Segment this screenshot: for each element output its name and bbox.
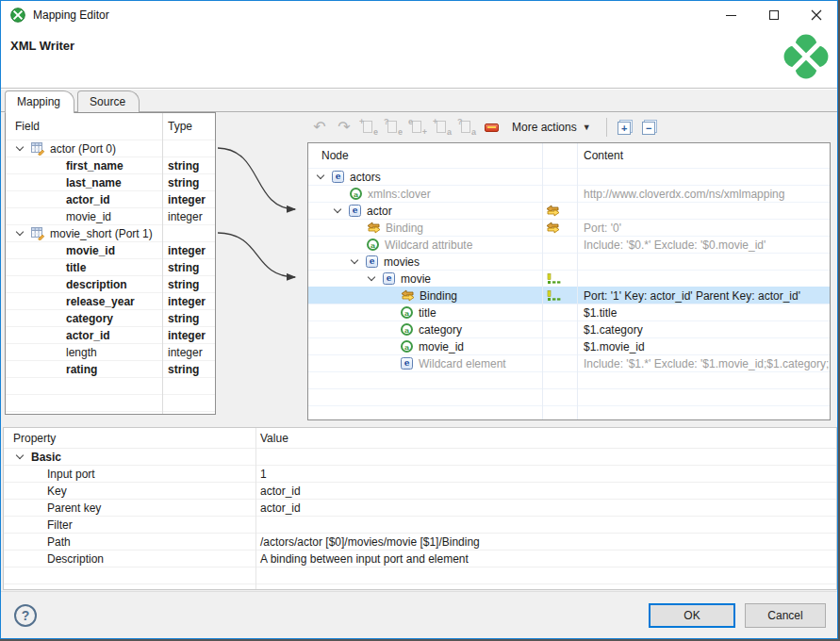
field-row[interactable]: first_namestring (6, 156, 215, 173)
element-wizard-button[interactable]: ?e (384, 119, 403, 136)
more-actions-button[interactable]: More actions▼ (506, 117, 597, 138)
help-button[interactable]: ? (14, 604, 37, 627)
cancel-button[interactable]: Cancel (745, 603, 826, 628)
tree-row-wildcard-element[interactable]: eWildcard element Include: '$1.*' Exclud… (308, 354, 830, 371)
expand-all-button[interactable]: + (617, 117, 635, 138)
port-label: actor (Port 0) (50, 142, 116, 156)
collapse-all-icon: − (642, 122, 655, 135)
attribute-icon: a (367, 238, 379, 251)
clover-app-icon (10, 8, 25, 23)
field-row[interactable]: actor_idinteger (6, 326, 215, 343)
port-row[interactable]: actor (Port 0) (6, 140, 215, 156)
field-row[interactable]: actor_idinteger (6, 190, 215, 207)
chevron-down-icon[interactable] (351, 256, 358, 264)
field-row[interactable]: release_yearinteger (6, 292, 215, 309)
record-icon (31, 142, 45, 156)
column-header-type: Type (158, 120, 215, 133)
dialog-footer: ? OK Cancel (1, 591, 837, 638)
toolbar-separator (606, 118, 607, 137)
column-divider (577, 143, 578, 419)
mapping-toolbar: ↶ ↷ +e ?e e+ +a ?a More actions▼ + − (310, 114, 660, 140)
field-row[interactable]: descriptionstring (6, 275, 215, 292)
tree-row-title[interactable]: atitle $1.title (308, 304, 830, 320)
tree-row-category[interactable]: acategory $1.category (308, 320, 830, 337)
property-row-path[interactable]: Path/actors/actor [$0]/movies/movie [$1]… (4, 534, 836, 551)
tree-row-wildcard-attribute[interactable]: aWildcard attribute Include: '$0.*' Excl… (308, 236, 830, 253)
tree-row-actor[interactable]: eactor (308, 202, 830, 219)
element-icon: e (349, 205, 361, 217)
collapse-all-button[interactable]: − (641, 117, 660, 138)
property-row-description[interactable]: DescriptionA binding between input port … (4, 551, 836, 567)
field-row[interactable]: last_namestring (6, 173, 215, 190)
column-divider (542, 143, 543, 419)
attribute-page-icon (436, 121, 446, 133)
column-header-value: Value (255, 432, 836, 445)
tree-row-movies[interactable]: emovies (308, 253, 830, 270)
dropdown-arrow-icon: ▼ (583, 123, 591, 132)
chevron-down-icon[interactable] (317, 172, 324, 179)
attribute-icon: a (401, 340, 413, 353)
tree-row-movie-id[interactable]: amovie_id $1.movie_id (308, 337, 830, 354)
tree-row-xmlns[interactable]: axmlns:clover http://www.cloverdx.com/ns… (308, 185, 830, 202)
tree-row-binding-movie-selected[interactable]: Binding Port: '1' Key: actor_id' Parent … (308, 287, 830, 304)
element-icon: e (401, 357, 413, 370)
redo-icon: ↷ (338, 120, 350, 135)
chevron-down-icon[interactable] (16, 228, 24, 236)
chevron-down-icon[interactable] (16, 452, 24, 459)
element-page-icon (363, 121, 372, 133)
field-row[interactable]: movie_idinteger (6, 241, 215, 258)
field-row[interactable]: lengthinteger (6, 343, 215, 360)
chevron-down-icon[interactable] (368, 273, 375, 281)
empty-row (6, 394, 215, 411)
attribute-page-icon (461, 121, 470, 133)
add-element-button[interactable]: +e (359, 119, 378, 136)
tree-row-movie[interactable]: emovie (308, 270, 830, 287)
column-header-content: Content (542, 149, 830, 162)
field-row[interactable]: ratingstring (6, 360, 215, 377)
element-page-icon (412, 121, 421, 133)
chevron-down-icon[interactable] (334, 205, 341, 213)
maximize-button[interactable] (752, 1, 795, 29)
undo-button[interactable]: ↶ (310, 117, 329, 138)
tab-bar: Mapping Source (5, 90, 142, 113)
property-row-filter[interactable]: Filter (4, 517, 836, 534)
tree-row-actors[interactable]: eactors (308, 168, 830, 185)
tree-row-binding-actor[interactable]: Binding Port: '0' (308, 219, 830, 236)
expand-all-icon: + (618, 122, 631, 135)
field-row[interactable]: movie_idinteger (6, 207, 215, 224)
empty-row (308, 371, 830, 388)
column-divider (162, 113, 163, 414)
attribute-icon: a (401, 306, 413, 319)
port-row[interactable]: movie_short (Port 1) (6, 224, 215, 241)
title-bar: Mapping Editor (1, 1, 837, 29)
field-row[interactable]: titlestring (6, 258, 215, 275)
empty-row (6, 411, 215, 415)
add-attribute-button[interactable]: +a (433, 119, 452, 136)
properties-table-header: Property Value (4, 428, 836, 449)
element-page-icon (387, 121, 397, 133)
ok-button[interactable]: OK (649, 603, 735, 628)
minimize-button[interactable] (710, 1, 752, 29)
redo-button[interactable]: ↷ (335, 117, 354, 138)
help-icon: ? (22, 608, 30, 623)
binding-icon (401, 289, 415, 302)
property-row-input-port[interactable]: Input port1 (4, 466, 836, 483)
property-row-key[interactable]: Keyactor_id (4, 483, 836, 500)
field-row[interactable]: categorystring (6, 309, 215, 326)
element-icon: e (366, 255, 378, 268)
property-row-parent-key[interactable]: Parent keyactor_id (4, 500, 836, 517)
remove-button[interactable] (482, 117, 501, 138)
attribute-wizard-button[interactable]: ?a (457, 119, 476, 136)
tab-source[interactable]: Source (77, 90, 140, 112)
add-child-element-button[interactable]: e+ (408, 119, 427, 136)
tab-mapping[interactable]: Mapping (5, 90, 74, 113)
mapping-arrows (214, 142, 308, 293)
property-group-row[interactable]: Basic (4, 449, 836, 466)
binding-icon (367, 222, 381, 234)
dialog-header: XML Writer (1, 29, 837, 89)
xml-mapping-tree: Node Content eactors axmlns:clover http:… (307, 142, 831, 420)
empty-row (4, 567, 836, 584)
close-button[interactable] (795, 1, 837, 29)
record-icon (31, 227, 45, 240)
chevron-down-icon[interactable] (16, 143, 24, 151)
